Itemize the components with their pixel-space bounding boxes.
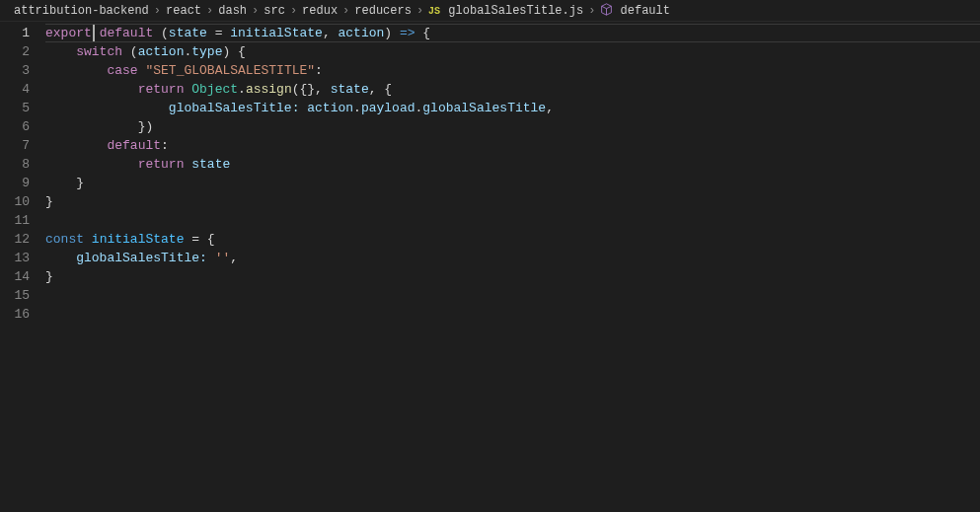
token-keyword: export [45, 26, 92, 40]
code-line[interactable]: } [45, 267, 980, 286]
token-punct: ( [153, 26, 169, 40]
token-punct: . [238, 82, 246, 97]
token-keyword: const [45, 232, 84, 247]
line-number: 14 [0, 267, 30, 286]
token-indent [45, 176, 76, 190]
line-number-gutter: 1 2 3 4 5 6 7 8 9 10 11 12 13 14 15 16 [0, 22, 45, 512]
token-var: payload [361, 101, 415, 115]
token-string: '' [215, 251, 231, 265]
token-indent [45, 63, 107, 78]
breadcrumb-item[interactable]: react [166, 4, 201, 18]
breadcrumb-item[interactable]: dash [218, 4, 247, 18]
line-number: 5 [0, 99, 30, 117]
line-number: 13 [0, 249, 30, 267]
breadcrumb-separator-icon: › [252, 4, 259, 18]
token-arrow: => [400, 26, 415, 40]
token-punct: } [45, 269, 53, 284]
line-number: 12 [0, 230, 30, 249]
breadcrumb-item[interactable]: redux [302, 4, 338, 18]
breadcrumb-separator-icon: › [588, 4, 595, 18]
token-keyword: return [138, 157, 185, 172]
token-class: Object [191, 82, 238, 97]
code-line[interactable] [45, 211, 980, 230]
code-line[interactable]: }) [45, 117, 980, 136]
line-number: 10 [0, 192, 30, 211]
breadcrumb-item-symbol[interactable]: default [600, 3, 670, 18]
token-punct: { [415, 26, 431, 40]
line-number: 1 [0, 24, 30, 42]
line-number: 11 [0, 211, 30, 230]
code-line[interactable]: globalSalesTitle: action.payload.globalS… [45, 99, 980, 117]
line-number: 8 [0, 155, 30, 174]
code-line[interactable]: export default (state = initialState, ac… [45, 24, 980, 42]
line-number: 2 [0, 42, 30, 61]
breadcrumb: attribution-backend › react › dash › src… [0, 0, 980, 22]
token-indent [45, 44, 76, 59]
code-line[interactable]: return Object.assign({}, state, { [45, 80, 980, 99]
token-punct: , { [369, 82, 392, 97]
module-icon [600, 4, 613, 18]
token-const: initialState [92, 232, 185, 247]
token-punct: : [315, 63, 323, 78]
line-number: 7 [0, 136, 30, 155]
token-var: type [191, 44, 222, 59]
token-punct: , [323, 26, 339, 40]
token-indent [45, 251, 76, 265]
token-punct: , [230, 251, 238, 265]
token-punct: }) [138, 119, 154, 134]
token-var: action [138, 44, 185, 59]
token-string: "SET_GLOBALSALESTITLE" [145, 63, 315, 78]
line-number: 6 [0, 117, 30, 136]
code-area[interactable]: export default (state = initialState, ac… [45, 22, 980, 512]
token-var: globalSalesTitle: [76, 251, 207, 265]
token-keyword: default [100, 26, 154, 40]
line-number: 4 [0, 80, 30, 99]
line-number: 16 [0, 305, 30, 324]
code-line[interactable]: default: [45, 136, 980, 155]
breadcrumb-item-file[interactable]: JS globalSalesTitle.js [428, 4, 583, 18]
breadcrumb-item[interactable]: attribution-backend [14, 4, 149, 18]
js-file-icon: JS [428, 6, 440, 17]
token-punct: . [353, 101, 361, 115]
code-line[interactable]: const initialState = { [45, 230, 980, 249]
token-punct: ) [384, 26, 400, 40]
code-line[interactable]: switch (action.type) { [45, 42, 980, 61]
token-indent [45, 101, 169, 115]
breadcrumb-symbol-label: default [621, 4, 670, 18]
token-indent [45, 157, 138, 172]
token-punct: = [207, 26, 230, 40]
line-number: 9 [0, 174, 30, 192]
breadcrumb-file-label: globalSalesTitle.js [448, 4, 583, 18]
token-var: initialState [230, 26, 323, 40]
code-line[interactable]: } [45, 174, 980, 192]
breadcrumb-item[interactable]: reducers [354, 4, 412, 18]
token-keyword: switch [76, 44, 122, 59]
code-line[interactable]: } [45, 192, 980, 211]
code-line[interactable]: case "SET_GLOBALSALESTITLE": [45, 61, 980, 80]
token-ws [207, 251, 215, 265]
token-keyword: return [138, 82, 185, 97]
token-ws [84, 232, 92, 247]
token-var: state [331, 82, 369, 97]
token-var: action [307, 101, 353, 115]
code-line[interactable]: globalSalesTitle: '', [45, 249, 980, 267]
breadcrumb-separator-icon: › [290, 4, 297, 18]
breadcrumb-item[interactable]: src [264, 4, 285, 18]
token-punct: = { [184, 232, 214, 247]
code-line[interactable]: return state [45, 155, 980, 174]
code-line[interactable] [45, 305, 980, 324]
code-editor[interactable]: 1 2 3 4 5 6 7 8 9 10 11 12 13 14 15 16 e… [0, 22, 980, 512]
code-line[interactable] [45, 286, 980, 305]
token-punct: : [161, 138, 169, 153]
line-number: 3 [0, 61, 30, 80]
token-function: assign [246, 82, 292, 97]
token-var: action [339, 26, 385, 40]
token-punct: } [45, 194, 53, 209]
token-var: globalSalesTitle: [169, 101, 300, 115]
token-keyword: case [107, 63, 137, 78]
token-keyword: default [107, 138, 161, 153]
token-var: state [169, 26, 207, 40]
text-cursor [93, 25, 95, 41]
breadcrumb-separator-icon: › [154, 4, 161, 18]
token-punct: ( [122, 44, 138, 59]
